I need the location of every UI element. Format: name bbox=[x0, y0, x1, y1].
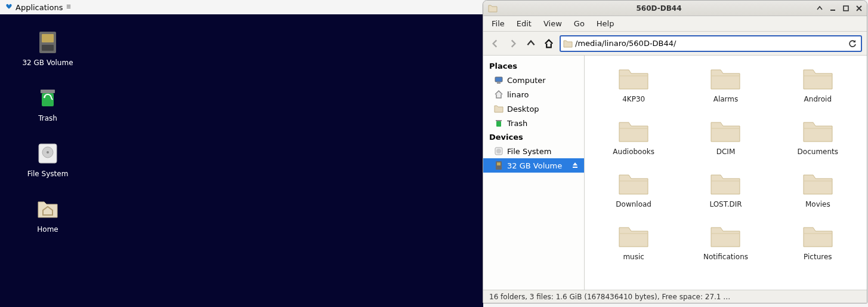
folder-icon bbox=[488, 4, 498, 13]
folder-label: Movies bbox=[805, 200, 830, 208]
trash-icon bbox=[35, 85, 60, 110]
folder-item[interactable]: Documents bbox=[775, 116, 861, 156]
folder-icon bbox=[801, 222, 835, 250]
desktop-icon-volume[interactable]: 32 GB Volume bbox=[22, 30, 73, 67]
desktop-icon-label: 32 GB Volume bbox=[22, 59, 73, 67]
folder-item[interactable]: music bbox=[591, 222, 677, 261]
folder-item[interactable]: Pictures bbox=[775, 222, 861, 261]
svg-point-10 bbox=[47, 151, 49, 154]
applications-menu-button[interactable]: Applications bbox=[2, 2, 73, 13]
desktop: Applications 32 GB Volume bbox=[0, 0, 483, 307]
folder-icon bbox=[801, 116, 835, 145]
folder-item[interactable]: Download bbox=[591, 169, 677, 208]
sidebar-devices-header: Devices bbox=[483, 130, 584, 144]
menu-file[interactable]: File bbox=[486, 17, 511, 30]
sidebar-item-volume[interactable]: 32 GB Volume bbox=[483, 158, 584, 173]
folder-label: Alarms bbox=[713, 95, 739, 103]
folder-label: Pictures bbox=[804, 253, 832, 261]
statusbar: 16 folders, 3 files: 1.6 GiB (1678436410… bbox=[483, 290, 867, 303]
toolbar bbox=[483, 32, 867, 56]
folder-icon bbox=[709, 169, 742, 198]
desktop-icon-trash[interactable]: Trash bbox=[35, 85, 60, 123]
folder-icon bbox=[617, 116, 650, 145]
svg-rect-16 bbox=[496, 120, 502, 121]
menu-go[interactable]: Go bbox=[568, 17, 591, 30]
svg-rect-13 bbox=[495, 77, 502, 82]
eject-icon[interactable] bbox=[571, 161, 579, 170]
svg-rect-5 bbox=[42, 45, 54, 51]
folder-item[interactable]: Audiobooks bbox=[591, 116, 677, 156]
sidebar-item-label: File System bbox=[507, 147, 551, 156]
sidebar-item-filesystem[interactable]: File System bbox=[483, 144, 584, 158]
up-button[interactable] bbox=[524, 36, 538, 51]
sidebar-item-label: Desktop bbox=[507, 105, 539, 113]
back-button[interactable] bbox=[488, 36, 502, 51]
svg-rect-6 bbox=[41, 90, 55, 93]
svg-rect-12 bbox=[844, 6, 848, 11]
folder-label: Download bbox=[616, 200, 651, 208]
file-manager-window: 560D-DB44 File Edit View Go Help bbox=[483, 0, 867, 303]
desktop-icon-label: File System bbox=[27, 170, 69, 179]
window-title: 560D-DB44 bbox=[502, 4, 816, 13]
folder-icon bbox=[617, 222, 650, 250]
folder-icon bbox=[709, 116, 742, 145]
removable-drive-icon bbox=[494, 161, 503, 170]
location-input[interactable] bbox=[575, 39, 847, 48]
folder-item[interactable]: DCIM bbox=[682, 116, 768, 156]
forward-button[interactable] bbox=[506, 36, 520, 51]
svg-rect-20 bbox=[497, 162, 501, 165]
computer-icon bbox=[494, 75, 503, 85]
folder-icon bbox=[617, 169, 650, 198]
desktop-icon-home[interactable]: Home bbox=[35, 197, 60, 234]
svg-point-18 bbox=[496, 149, 501, 154]
desktop-folder-icon bbox=[494, 104, 503, 113]
folder-item[interactable]: Notifications bbox=[682, 222, 768, 261]
rollup-button[interactable] bbox=[816, 4, 824, 13]
desktop-icon-label: Home bbox=[37, 225, 58, 234]
folder-icon bbox=[801, 169, 835, 198]
svg-rect-14 bbox=[497, 82, 501, 84]
folder-label: Android bbox=[804, 95, 832, 103]
folder-label: Audiobooks bbox=[613, 148, 654, 156]
window-controls bbox=[816, 4, 863, 13]
hard-drive-icon bbox=[494, 146, 503, 156]
menu-view[interactable]: View bbox=[538, 17, 568, 30]
folder-label: Notifications bbox=[703, 253, 748, 261]
menu-edit[interactable]: Edit bbox=[511, 17, 538, 30]
sidebar-item-home[interactable]: linaro bbox=[483, 87, 584, 102]
refresh-button[interactable] bbox=[847, 39, 858, 48]
maximize-button[interactable] bbox=[842, 4, 850, 13]
svg-rect-21 bbox=[573, 167, 577, 168]
folder-item[interactable]: Movies bbox=[775, 169, 861, 208]
window-titlebar[interactable]: 560D-DB44 bbox=[483, 1, 867, 16]
folder-item[interactable]: Android bbox=[775, 64, 861, 103]
svg-rect-4 bbox=[42, 34, 54, 42]
location-bar[interactable] bbox=[560, 35, 862, 52]
desktop-icons: 32 GB Volume Trash File System bbox=[18, 30, 78, 234]
home-button[interactable] bbox=[542, 36, 556, 51]
desktop-icon-filesystem[interactable]: File System bbox=[27, 141, 69, 179]
menu-help[interactable]: Help bbox=[591, 17, 620, 30]
trash-icon bbox=[494, 118, 503, 128]
file-view[interactable]: 4KP30 Alarms Android bbox=[585, 56, 867, 290]
sidebar-item-computer[interactable]: Computer bbox=[483, 73, 584, 87]
folder-label: LOST.DIR bbox=[709, 200, 742, 208]
minimize-button[interactable] bbox=[829, 4, 837, 13]
folder-icon bbox=[617, 64, 650, 93]
sidebar: Places Computer linaro Desktop bbox=[483, 56, 585, 290]
home-icon bbox=[494, 90, 503, 99]
folder-item[interactable]: Alarms bbox=[682, 64, 768, 103]
hard-drive-icon bbox=[35, 141, 60, 166]
folder-item[interactable]: LOST.DIR bbox=[682, 169, 768, 208]
sidebar-places-header: Places bbox=[483, 59, 584, 73]
close-button[interactable] bbox=[855, 4, 863, 13]
sidebar-item-label: Computer bbox=[507, 76, 546, 85]
folder-icon bbox=[801, 64, 835, 93]
sidebar-item-trash[interactable]: Trash bbox=[483, 116, 584, 130]
top-panel: Applications bbox=[0, 0, 483, 14]
sidebar-item-desktop[interactable]: Desktop bbox=[483, 102, 584, 116]
home-folder-icon bbox=[35, 197, 60, 222]
folder-item[interactable]: 4KP30 bbox=[591, 64, 677, 103]
folder-label: 4KP30 bbox=[622, 95, 645, 103]
folder-icon bbox=[709, 222, 742, 250]
